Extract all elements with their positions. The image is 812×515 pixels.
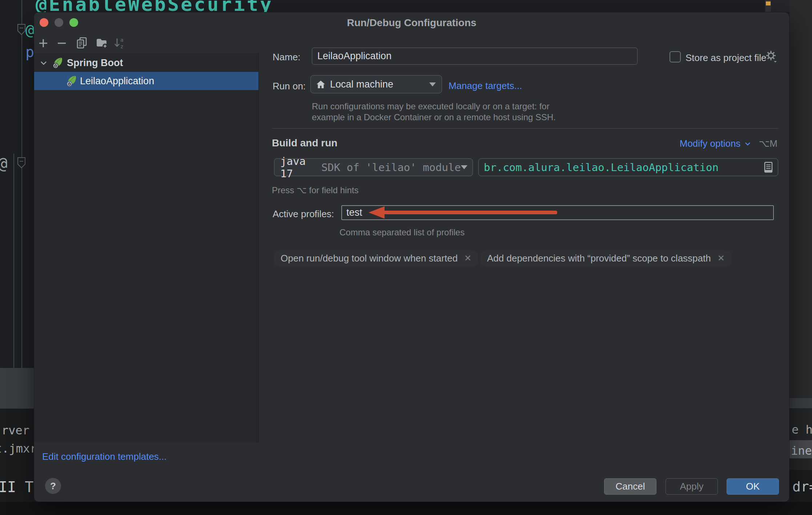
run-on-dropdown[interactable]: Local machine <box>310 75 442 93</box>
chevron-down-icon[interactable] <box>744 140 751 147</box>
remove-chip-icon[interactable]: ✕ <box>464 253 471 263</box>
modify-options-control: Modify options ⌥M <box>680 138 777 149</box>
main-class-field[interactable]: br.com.alura.leilao.LeilaoApplication <box>478 158 778 176</box>
chip-open-tool-window: Open run/debug tool window when started … <box>274 250 478 266</box>
dialog-title: Run/Debug Configurations <box>34 17 789 29</box>
jdk-suffix: SDK of 'leilao' module <box>321 161 461 174</box>
build-and-run-section-label: Build and run <box>272 137 337 149</box>
editor-at-symbol-gray: @ <box>0 154 8 173</box>
help-button[interactable]: ? <box>45 478 61 494</box>
field-hints-text: Press ⌥ for field hints <box>272 185 358 195</box>
cancel-button[interactable]: Cancel <box>604 478 656 495</box>
fold-marker-icon[interactable] <box>17 157 26 169</box>
editor-at-symbol: @ <box>25 22 34 38</box>
store-settings-gear-icon[interactable] <box>765 50 777 63</box>
console-text: rver <box>1 423 29 437</box>
chevron-down-icon <box>461 165 467 169</box>
svg-text:z: z <box>120 44 123 49</box>
annotation-arrow-head <box>369 206 385 219</box>
manage-targets-link[interactable]: Manage targets... <box>449 80 522 92</box>
spring-boot-icon <box>52 57 63 69</box>
ide-toolbar-band-left <box>0 368 34 409</box>
active-profiles-label: Active profiles: <box>273 208 334 220</box>
chip-label: Add dependencies with “provided” scope t… <box>487 253 711 264</box>
copy-configuration-button[interactable] <box>76 37 87 49</box>
scrollbar-strip <box>765 0 789 12</box>
console-text: dr=0 <box>792 479 812 495</box>
ok-button[interactable]: OK <box>727 478 779 495</box>
tree-item-label: LeilaoApplication <box>80 76 154 87</box>
main-class-value: br.com.alura.leilao.LeilaoApplication <box>484 161 719 174</box>
annotation-arrow-shaft <box>384 211 557 214</box>
modify-options-link[interactable]: Modify options <box>680 138 741 149</box>
indent-guide-line <box>21 0 22 368</box>
svg-text:a: a <box>120 37 123 43</box>
jdk-dropdown[interactable]: java 17 SDK of 'leilao' module <box>274 158 473 176</box>
local-machine-icon <box>316 80 326 89</box>
browse-main-class-icon[interactable] <box>764 162 773 173</box>
modify-options-shortcut: ⌥M <box>759 138 777 149</box>
new-folder-button[interactable] <box>96 37 108 49</box>
console-left: rver t.jmxr II TCI <box>0 409 34 502</box>
configurations-tree: Spring Boot LeilaoApplication <box>34 53 259 443</box>
chip-add-provided-dependencies: Add dependencies with “provided” scope t… <box>481 250 731 266</box>
tree-item-spring-boot[interactable]: Spring Boot <box>34 54 258 72</box>
remove-configuration-button[interactable] <box>57 38 67 48</box>
console-right: e ho ines <box>789 408 812 470</box>
add-configuration-button[interactable] <box>39 38 48 48</box>
chip-label: Open run/debug tool window when started <box>281 253 458 264</box>
store-as-project-file-label: Store as project file <box>686 52 767 64</box>
tree-item-label: Spring Boot <box>67 57 123 69</box>
chevron-down-icon <box>429 82 436 86</box>
jdk-value: java 17 <box>280 155 316 180</box>
chevron-down-icon[interactable] <box>39 58 48 67</box>
run-on-hint-line2: example in a Docker Container or on a re… <box>312 112 556 122</box>
console-text: ines <box>791 444 812 458</box>
run-on-label: Run on: <box>273 81 306 92</box>
console-text: e ho <box>792 423 812 437</box>
active-profiles-hint: Comma separated list of profiles <box>339 227 465 238</box>
scrollbar-error-marker <box>766 1 771 5</box>
run-on-hint-line1: Run configurations may be executed local… <box>312 101 550 111</box>
right-margin <box>789 0 812 398</box>
ide-toolbar-band-right <box>789 398 812 408</box>
apply-button[interactable]: Apply <box>666 478 718 495</box>
edit-configuration-templates-link[interactable]: Edit configuration templates... <box>42 451 167 462</box>
sort-configurations-button[interactable]: a z <box>113 37 125 49</box>
console-text: II TCI <box>0 479 34 495</box>
run-on-value: Local machine <box>330 79 393 90</box>
bottom-strip <box>0 502 812 515</box>
screen: @EnableWebSecurity @ p @ rver t.jmxr II … <box>0 0 812 515</box>
store-as-project-file-checkbox[interactable] <box>670 51 681 62</box>
section-separator <box>272 128 778 129</box>
remove-chip-icon[interactable]: ✕ <box>717 253 725 263</box>
name-label: Name: <box>273 52 301 63</box>
indent-guide-line <box>13 154 14 368</box>
console-text: t.jmxr <box>0 442 34 455</box>
editor-keyword: p <box>25 44 34 60</box>
fold-marker-icon[interactable] <box>17 23 26 36</box>
run-debug-configurations-dialog: Run/Debug Configurations a z <box>34 12 789 502</box>
spring-boot-icon <box>66 75 77 87</box>
name-input[interactable] <box>312 48 638 65</box>
tree-item-leilao-application[interactable]: LeilaoApplication <box>34 72 258 90</box>
